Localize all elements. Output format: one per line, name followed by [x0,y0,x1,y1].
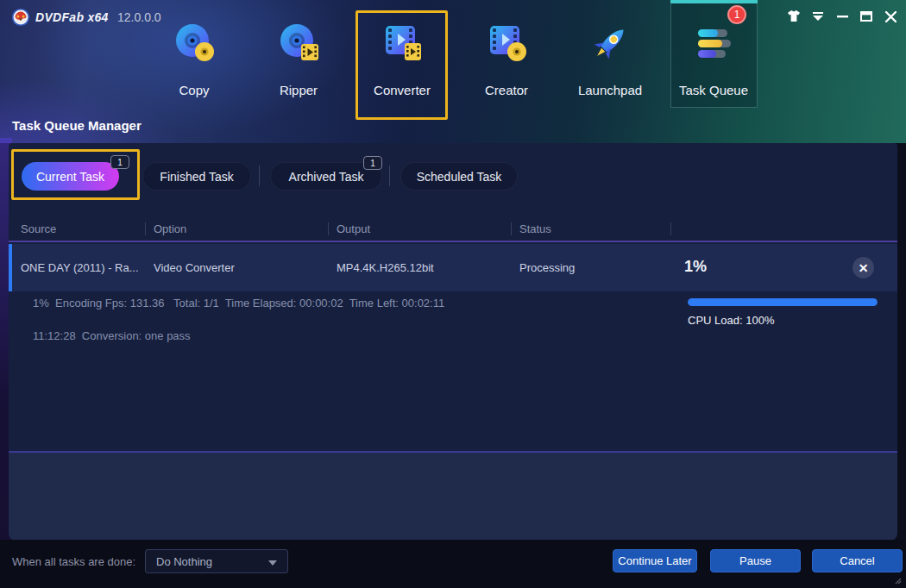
bottom-bar: When all tasks are done: Do Nothing Cont… [0,540,906,588]
cancel-task-icon[interactable]: ✕ [853,257,874,278]
ripper-icon [276,21,321,66]
cpu-progress-fill [688,298,878,306]
tab-current-task[interactable]: Current Task [22,162,119,191]
dvdfab-logo [11,8,30,27]
column-divider [145,222,146,235]
tab-divider [389,166,390,186]
nav-label-creator: Creator [455,83,558,97]
task-queue-active-bar [670,0,758,3]
chevron-down-icon [268,560,277,566]
window-controls [783,7,901,26]
tab-finished-task[interactable]: Finished Task [142,162,251,191]
panel-footer [9,451,897,541]
skin-icon[interactable] [783,7,804,26]
task-queue-panel: Current Task 1 Finished Task Archived Ta… [9,143,897,541]
when-done-dropdown[interactable]: Do Nothing [145,549,288,573]
continue-later-button[interactable]: Continue Later [613,549,697,572]
nav-item-copy[interactable]: Copy [142,5,246,114]
column-source: Source [21,222,56,235]
minimize-icon[interactable] [832,7,853,26]
task-queue-count-badge: 1 [727,5,746,24]
row-selected-bar [9,244,12,291]
encoding-stats: 1% Encoding Fps: 131.36 Total: 1/1 Time … [33,297,444,310]
when-done-label: When all tasks are done: [12,555,135,568]
maximize-icon[interactable] [856,7,877,26]
nav-item-launchpad[interactable]: Launchpad [558,5,662,114]
nav-label-launchpad: Launchpad [558,83,662,97]
app-title: DVDFab x64 [35,10,109,24]
cell-output: MP4.4K.H265.12bit [337,261,434,274]
table-header: Source Option Output Status [9,216,897,242]
pause-button[interactable]: Pause [710,549,801,572]
nav-label-task-queue: Task Queue [662,83,765,97]
nav-label-converter: Converter [350,83,454,97]
menu-chevron-icon[interactable] [808,7,828,26]
archived-task-badge: 1 [363,156,382,170]
nav-label-copy: Copy [142,83,246,97]
when-done-selected-value: Do Nothing [156,555,212,568]
creator-icon [484,21,529,66]
current-task-badge: 1 [110,155,129,169]
nav-item-converter[interactable]: Converter [350,5,454,114]
progress-percent: 1% [684,258,707,276]
nav-label-ripper: Ripper [247,83,350,97]
cancel-button[interactable]: Cancel [812,549,903,572]
copy-icon [172,21,217,66]
nav-item-ripper[interactable]: Ripper [247,5,350,114]
tab-divider [259,166,260,186]
resize-grip[interactable] [892,575,903,585]
column-output: Output [337,222,370,235]
column-divider [511,222,512,235]
page-title: Task Queue Manager [12,118,142,133]
cell-option: Video Converter [154,261,235,274]
column-status: Status [519,222,551,235]
column-divider [328,222,329,235]
task-queue-icon [691,21,736,66]
close-icon[interactable] [880,7,901,26]
launchpad-rocket-icon [588,21,632,66]
cell-status: Processing [519,261,575,274]
column-option: Option [154,222,186,235]
nav-item-creator[interactable]: Creator [455,5,558,114]
nav-item-task-queue[interactable]: Task Queue [662,5,765,114]
conversion-info: 11:12:28 Conversion: one pass [33,329,191,342]
cpu-progress-bar [688,298,878,306]
cell-source: ONE DAY (2011) - Ra... [21,261,139,274]
column-divider [670,222,671,235]
tab-scheduled-task[interactable]: Scheduled Task [400,162,518,191]
task-row[interactable]: ONE DAY (2011) - Ra... Video Converter M… [9,244,897,291]
converter-icon [380,21,425,66]
cpu-load-label: CPU Load: 100% [688,314,774,327]
